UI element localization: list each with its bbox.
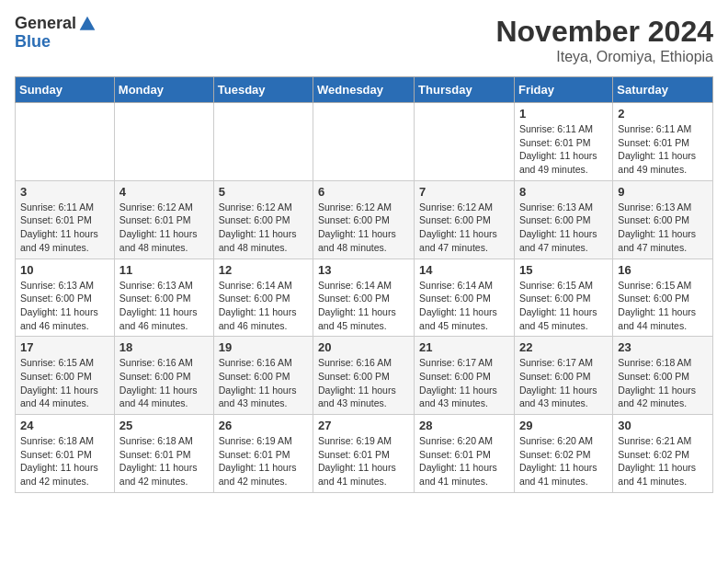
calendar-cell: 26Sunrise: 6:19 AMSunset: 6:01 PMDayligh… [213, 415, 313, 493]
calendar-cell [16, 103, 115, 181]
calendar-week-row: 17Sunrise: 6:15 AMSunset: 6:00 PMDayligh… [16, 337, 713, 415]
day-info: Sunrise: 6:15 AMSunset: 6:00 PMDaylight:… [20, 356, 109, 410]
day-info: Sunrise: 6:19 AMSunset: 6:01 PMDaylight:… [318, 434, 409, 488]
day-number: 14 [419, 263, 509, 277]
calendar-cell: 23Sunrise: 6:18 AMSunset: 6:00 PMDayligh… [613, 337, 713, 415]
calendar-cell: 6Sunrise: 6:12 AMSunset: 6:00 PMDaylight… [313, 180, 415, 259]
day-number: 23 [618, 340, 708, 354]
calendar-cell: 14Sunrise: 6:14 AMSunset: 6:00 PMDayligh… [415, 259, 515, 337]
day-number: 9 [618, 185, 708, 199]
day-info: Sunrise: 6:12 AMSunset: 6:01 PMDaylight:… [119, 201, 209, 255]
calendar-cell: 27Sunrise: 6:19 AMSunset: 6:01 PMDayligh… [313, 415, 415, 493]
day-number: 16 [618, 263, 708, 277]
calendar-table: SundayMondayTuesdayWednesdayThursdayFrid… [15, 76, 713, 493]
day-info: Sunrise: 6:21 AMSunset: 6:02 PMDaylight:… [618, 434, 708, 488]
day-info: Sunrise: 6:17 AMSunset: 6:00 PMDaylight:… [419, 356, 509, 410]
calendar-header-row: SundayMondayTuesdayWednesdayThursdayFrid… [16, 77, 713, 103]
calendar-cell [114, 103, 213, 181]
title-block: November 2024 Iteya, Oromiya, Ethiopia [495, 15, 713, 65]
day-number: 24 [20, 419, 109, 432]
calendar-cell: 13Sunrise: 6:14 AMSunset: 6:00 PMDayligh… [313, 259, 415, 337]
day-number: 5 [219, 185, 308, 199]
day-info: Sunrise: 6:16 AMSunset: 6:00 PMDaylight:… [219, 356, 308, 410]
day-info: Sunrise: 6:19 AMSunset: 6:01 PMDaylight:… [219, 434, 308, 488]
day-number: 19 [219, 340, 308, 354]
day-number: 2 [618, 107, 708, 121]
calendar-cell: 8Sunrise: 6:13 AMSunset: 6:00 PMDaylight… [514, 180, 612, 259]
calendar-cell: 2Sunrise: 6:11 AMSunset: 6:01 PMDaylight… [613, 103, 713, 181]
day-number: 29 [519, 419, 608, 432]
calendar-week-row: 10Sunrise: 6:13 AMSunset: 6:00 PMDayligh… [16, 259, 713, 337]
day-number: 3 [20, 185, 109, 199]
day-number: 26 [219, 419, 308, 432]
day-info: Sunrise: 6:13 AMSunset: 6:00 PMDaylight:… [519, 201, 608, 255]
calendar-cell: 21Sunrise: 6:17 AMSunset: 6:00 PMDayligh… [415, 337, 515, 415]
calendar-cell: 4Sunrise: 6:12 AMSunset: 6:01 PMDaylight… [114, 180, 213, 259]
calendar-col-sunday: Sunday [16, 77, 115, 103]
day-info: Sunrise: 6:14 AMSunset: 6:00 PMDaylight:… [318, 279, 409, 333]
calendar-cell: 7Sunrise: 6:12 AMSunset: 6:00 PMDaylight… [415, 180, 515, 259]
day-info: Sunrise: 6:11 AMSunset: 6:01 PMDaylight:… [20, 201, 109, 255]
calendar-cell: 5Sunrise: 6:12 AMSunset: 6:00 PMDaylight… [213, 180, 313, 259]
day-number: 4 [119, 185, 209, 199]
day-info: Sunrise: 6:16 AMSunset: 6:00 PMDaylight:… [119, 356, 209, 410]
calendar-cell: 10Sunrise: 6:13 AMSunset: 6:00 PMDayligh… [16, 259, 115, 337]
day-number: 13 [318, 263, 409, 277]
calendar-cell: 3Sunrise: 6:11 AMSunset: 6:01 PMDaylight… [16, 180, 115, 259]
day-info: Sunrise: 6:12 AMSunset: 6:00 PMDaylight:… [219, 201, 308, 255]
day-info: Sunrise: 6:11 AMSunset: 6:01 PMDaylight:… [618, 122, 708, 177]
calendar-col-friday: Friday [514, 77, 612, 103]
day-info: Sunrise: 6:20 AMSunset: 6:01 PMDaylight:… [419, 434, 509, 488]
day-info: Sunrise: 6:11 AMSunset: 6:01 PMDaylight:… [519, 122, 608, 177]
calendar-cell: 18Sunrise: 6:16 AMSunset: 6:00 PMDayligh… [114, 337, 213, 415]
calendar-cell: 25Sunrise: 6:18 AMSunset: 6:01 PMDayligh… [114, 415, 213, 493]
calendar-week-row: 3Sunrise: 6:11 AMSunset: 6:01 PMDaylight… [16, 180, 713, 259]
calendar-col-monday: Monday [114, 77, 213, 103]
calendar-cell: 12Sunrise: 6:14 AMSunset: 6:00 PMDayligh… [213, 259, 313, 337]
day-info: Sunrise: 6:18 AMSunset: 6:00 PMDaylight:… [618, 356, 708, 410]
calendar-col-wednesday: Wednesday [313, 77, 415, 103]
day-info: Sunrise: 6:15 AMSunset: 6:00 PMDaylight:… [618, 279, 708, 333]
calendar-cell: 17Sunrise: 6:15 AMSunset: 6:00 PMDayligh… [16, 337, 115, 415]
calendar-col-tuesday: Tuesday [213, 77, 313, 103]
day-number: 20 [318, 340, 409, 354]
day-number: 7 [419, 185, 509, 199]
day-info: Sunrise: 6:13 AMSunset: 6:00 PMDaylight:… [618, 201, 708, 255]
logo-icon [78, 15, 97, 33]
day-info: Sunrise: 6:14 AMSunset: 6:00 PMDaylight:… [219, 279, 308, 333]
day-number: 11 [119, 263, 209, 277]
day-info: Sunrise: 6:13 AMSunset: 6:00 PMDaylight:… [119, 279, 209, 333]
day-number: 10 [20, 263, 109, 277]
day-number: 8 [519, 185, 608, 199]
day-info: Sunrise: 6:16 AMSunset: 6:00 PMDaylight:… [318, 356, 409, 410]
calendar-cell [213, 103, 313, 181]
day-info: Sunrise: 6:18 AMSunset: 6:01 PMDaylight:… [119, 434, 209, 488]
page-header: General Blue November 2024 Iteya, Oromiy… [15, 15, 713, 65]
calendar-cell: 1Sunrise: 6:11 AMSunset: 6:01 PMDaylight… [514, 103, 612, 181]
calendar-cell: 16Sunrise: 6:15 AMSunset: 6:00 PMDayligh… [613, 259, 713, 337]
day-number: 12 [219, 263, 308, 277]
calendar-col-thursday: Thursday [415, 77, 515, 103]
day-info: Sunrise: 6:20 AMSunset: 6:02 PMDaylight:… [519, 434, 608, 488]
logo: General Blue [15, 15, 97, 52]
day-number: 28 [419, 419, 509, 432]
calendar-cell: 9Sunrise: 6:13 AMSunset: 6:00 PMDaylight… [613, 180, 713, 259]
day-number: 27 [318, 419, 409, 432]
day-number: 15 [519, 263, 608, 277]
day-number: 22 [519, 340, 608, 354]
calendar-cell: 30Sunrise: 6:21 AMSunset: 6:02 PMDayligh… [613, 415, 713, 493]
day-info: Sunrise: 6:17 AMSunset: 6:00 PMDaylight:… [519, 356, 608, 410]
calendar-week-row: 24Sunrise: 6:18 AMSunset: 6:01 PMDayligh… [16, 415, 713, 493]
day-number: 25 [119, 419, 209, 432]
calendar-cell: 19Sunrise: 6:16 AMSunset: 6:00 PMDayligh… [213, 337, 313, 415]
day-number: 30 [618, 419, 708, 432]
calendar-week-row: 1Sunrise: 6:11 AMSunset: 6:01 PMDaylight… [16, 103, 713, 181]
calendar-cell: 29Sunrise: 6:20 AMSunset: 6:02 PMDayligh… [514, 415, 612, 493]
calendar-cell: 28Sunrise: 6:20 AMSunset: 6:01 PMDayligh… [415, 415, 515, 493]
calendar-col-saturday: Saturday [613, 77, 713, 103]
day-info: Sunrise: 6:12 AMSunset: 6:00 PMDaylight:… [318, 201, 409, 255]
page-subtitle: Iteya, Oromiya, Ethiopia [495, 49, 713, 65]
day-info: Sunrise: 6:18 AMSunset: 6:01 PMDaylight:… [20, 434, 109, 488]
svg-marker-0 [80, 17, 96, 30]
day-info: Sunrise: 6:12 AMSunset: 6:00 PMDaylight:… [419, 201, 509, 255]
